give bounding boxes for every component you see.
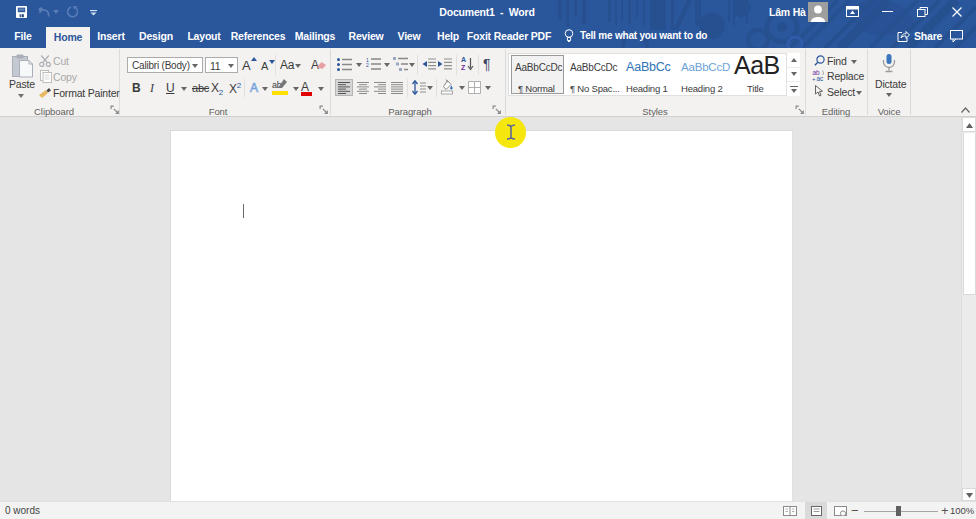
svg-text:Z: Z bbox=[461, 64, 466, 71]
svg-text:ac: ac bbox=[817, 75, 825, 82]
svg-text:A: A bbox=[461, 56, 466, 63]
svg-text:+: + bbox=[812, 76, 816, 82]
svg-text:2: 2 bbox=[366, 62, 369, 68]
